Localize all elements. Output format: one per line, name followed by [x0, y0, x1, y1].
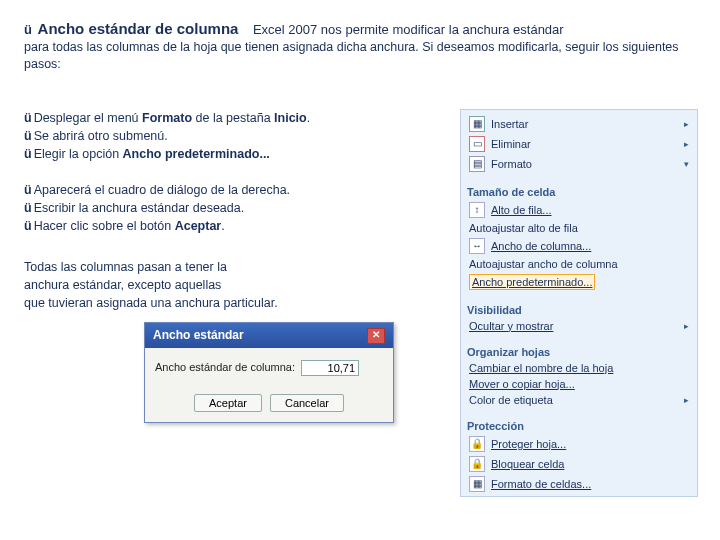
menu-eliminar[interactable]: ▭Eliminar▸ [467, 134, 691, 154]
step-1: üDesplegar el menú Formato de la pestaña… [24, 109, 442, 127]
menu-formato[interactable]: ▤Formato▾ [467, 154, 691, 174]
menu-label: Ancho de columna... [491, 240, 591, 252]
menu-label: Ocultar y mostrar [469, 320, 553, 332]
step-bold: Inicio [274, 111, 307, 125]
menu-label-highlighted: Ancho predeterminado... [469, 274, 595, 290]
menu-insertar[interactable]: ▦Insertar▸ [467, 114, 691, 134]
step-5: üEscribir la anchura estándar deseada. [24, 199, 442, 217]
check-icon: ü [24, 201, 32, 215]
step-text: . [221, 219, 224, 233]
dialog-ancho-estandar: Ancho estándar ✕ Ancho estándar de colum… [144, 322, 394, 423]
step-text: de la pestaña [192, 111, 274, 125]
group-visibilidad: Visibilidad [467, 304, 691, 316]
step-text: Aparecerá el cuadro de diálogo de la der… [34, 183, 290, 197]
chevron-right-icon: ▸ [684, 395, 689, 405]
lock-icon: 🔒 [469, 456, 485, 472]
step-text: Hacer clic sobre el botón [34, 219, 175, 233]
step-text: Se abrirá otro submenú. [34, 129, 168, 143]
menu-ancho-predeterminado[interactable]: Ancho predeterminado... [467, 272, 691, 292]
check-icon: ü [24, 183, 32, 197]
menu-label: Insertar [491, 118, 528, 130]
close-icon[interactable]: ✕ [367, 328, 385, 344]
ok-button[interactable]: Aceptar [194, 394, 262, 412]
dialog-title: Ancho estándar [153, 327, 244, 344]
menu-label: Color de etiqueta [469, 394, 553, 406]
menu-proteger-hoja[interactable]: 🔒Proteger hoja... [467, 434, 691, 454]
format-menu-panel: ▦Insertar▸ ▭Eliminar▸ ▤Formato▾ Tamaño d… [460, 109, 698, 497]
left-column: üDesplegar el menú Formato de la pestaña… [24, 109, 442, 497]
note-line: Todas las columnas pasan a tener la [24, 258, 442, 276]
chevron-right-icon: ▸ [684, 119, 689, 129]
heading-line: ü Ancho estándar de columna Excel 2007 n… [24, 20, 696, 37]
step-bold: Aceptar [175, 219, 222, 233]
menu-autoajustar-alto[interactable]: Autoajustar alto de fila [467, 220, 691, 236]
menu-label: Formato [491, 158, 532, 170]
step-3: üElegir la opción Ancho predeterminado..… [24, 145, 442, 163]
chevron-down-icon: ▾ [684, 159, 689, 169]
right-column: ▦Insertar▸ ▭Eliminar▸ ▤Formato▾ Tamaño d… [460, 109, 696, 497]
heading-lead: Excel 2007 nos permite modificar la anch… [253, 22, 564, 37]
check-icon: ü [24, 147, 32, 161]
step-6: üHacer clic sobre el botón Aceptar. [24, 217, 442, 235]
step-text: Desplegar el menú [34, 111, 142, 125]
menu-label: Cambiar el nombre de la hoja [469, 362, 613, 374]
step-4: üAparecerá el cuadro de diálogo de la de… [24, 181, 442, 199]
check-icon: ü [24, 129, 32, 143]
menu-label: Alto de fila... [491, 204, 552, 216]
menu-ancho-columna[interactable]: ↔Ancho de columna... [467, 236, 691, 256]
cells-icon: ▦ [469, 476, 485, 492]
group-organizar-hojas: Organizar hojas [467, 346, 691, 358]
group-proteccion: Protección [467, 420, 691, 432]
menu-label: Proteger hoja... [491, 438, 566, 450]
step-text: Escribir la anchura estándar deseada. [34, 201, 245, 215]
group-tamano-celda: Tamaño de celda [467, 186, 691, 198]
menu-label: Mover o copiar hoja... [469, 378, 575, 390]
delete-icon: ▭ [469, 136, 485, 152]
menu-label: Autoajustar alto de fila [469, 222, 578, 234]
chevron-right-icon: ▸ [684, 139, 689, 149]
menu-formato-celdas[interactable]: ▦Formato de celdas... [467, 474, 691, 494]
row-height-icon: ↕ [469, 202, 485, 218]
menu-label: Eliminar [491, 138, 531, 150]
step-2: üSe abrirá otro submenú. [24, 127, 442, 145]
menu-label: Bloquear celda [491, 458, 564, 470]
width-input[interactable] [301, 360, 359, 376]
lock-icon: 🔒 [469, 436, 485, 452]
intro-bold: para todas las columnas de la hoja que t… [24, 40, 679, 71]
heading-title: Ancho estándar de columna [38, 20, 239, 37]
step-bold: Ancho predeterminado... [123, 147, 270, 161]
col-width-icon: ↔ [469, 238, 485, 254]
menu-bloquear-celda[interactable]: 🔒Bloquear celda [467, 454, 691, 474]
note-line: que tuvieran asignada una anchura partic… [24, 294, 442, 312]
step-text: Elegir la opción [34, 147, 123, 161]
menu-ocultar-mostrar[interactable]: Ocultar y mostrar▸ [467, 318, 691, 334]
check-icon: ü [24, 111, 32, 125]
chevron-right-icon: ▸ [684, 321, 689, 331]
step-bold: Formato [142, 111, 192, 125]
menu-cambiar-nombre[interactable]: Cambiar el nombre de la hoja [467, 360, 691, 376]
dialog-label: Ancho estándar de columna: [155, 360, 295, 376]
check-icon: ü [24, 22, 32, 37]
menu-autoajustar-ancho[interactable]: Autoajustar ancho de columna [467, 256, 691, 272]
menu-label: Autoajustar ancho de columna [469, 258, 618, 270]
cancel-button[interactable]: Cancelar [270, 394, 344, 412]
menu-alto-fila[interactable]: ↕Alto de fila... [467, 200, 691, 220]
dialog-titlebar: Ancho estándar ✕ [145, 323, 393, 348]
menu-mover-copiar[interactable]: Mover o copiar hoja... [467, 376, 691, 392]
format-icon: ▤ [469, 156, 485, 172]
check-icon: ü [24, 219, 32, 233]
note-line: anchura estándar, excepto aquellas [24, 276, 442, 294]
note-paragraph: Todas las columnas pasan a tener la anch… [24, 258, 442, 312]
menu-color-etiqueta[interactable]: Color de etiqueta▸ [467, 392, 691, 408]
menu-label: Formato de celdas... [491, 478, 591, 490]
insert-icon: ▦ [469, 116, 485, 132]
intro-paragraph: para todas las columnas de la hoja que t… [24, 39, 696, 73]
step-text: . [307, 111, 310, 125]
dialog-body: Ancho estándar de columna: [145, 348, 393, 388]
